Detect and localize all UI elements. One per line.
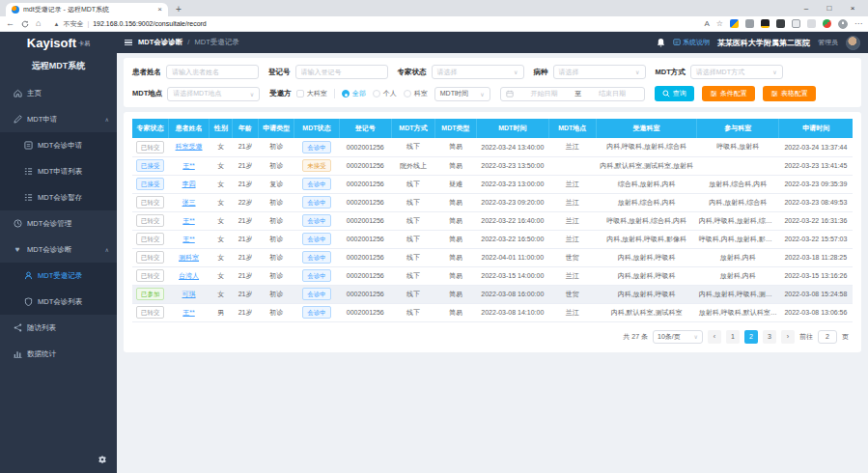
security-label: 不安全	[63, 19, 83, 29]
more-menu-icon[interactable]: ⋯	[854, 20, 862, 28]
cell-age: 21岁	[233, 156, 259, 175]
cell-mdt-status: 未接受	[294, 156, 339, 175]
home-icon[interactable]: ⌂	[36, 19, 41, 28]
cell-patient-name: 李四	[168, 175, 210, 193]
disease-select[interactable]: 请选择 ∨	[553, 65, 646, 79]
cell-mdt-location: 兰江	[548, 138, 596, 156]
patient-name-link[interactable]: 台湾人	[179, 272, 199, 279]
refresh-icon[interactable]	[21, 19, 29, 28]
patient-name-link[interactable]: 王**	[182, 217, 194, 224]
sidebar-item-statistics[interactable]: 数据统计	[0, 341, 117, 367]
big-dept-checkbox[interactable]: 大科室	[296, 89, 327, 98]
chevron-down-icon: ∨	[694, 333, 698, 340]
restore-icon[interactable]: □	[818, 4, 841, 13]
patient-name-link[interactable]: 测科室	[179, 254, 199, 261]
patient-name-input[interactable]	[166, 65, 259, 79]
sidebar-item-mdt-consult-apply[interactable]: MDT会诊申请	[0, 132, 117, 158]
radio-all[interactable]: 全部	[342, 89, 366, 98]
split-screen-icon[interactable]	[807, 19, 816, 28]
expert-status-tag: 已转交	[136, 141, 165, 153]
favorite-icon[interactable]: ☆	[716, 20, 723, 28]
radio-personal[interactable]: 个人	[373, 89, 397, 98]
expert-status-select[interactable]: 请选择 ∨	[432, 65, 524, 79]
page-button-1[interactable]: 1	[726, 330, 740, 344]
cell-mdt-mode: 线下	[392, 248, 435, 266]
form-icon	[23, 141, 33, 150]
table-row: 已参加可琪女21岁初诊会诊中0002001256线下简易2022-03-08 1…	[132, 285, 853, 303]
extension-icon-3[interactable]	[761, 19, 770, 28]
table-config-button[interactable]: 表格配置	[763, 86, 816, 101]
date-range-picker[interactable]: 开始日期 至 结束日期	[500, 87, 645, 101]
page-button-2[interactable]: 2	[744, 330, 758, 344]
minimize-icon[interactable]: –	[795, 4, 818, 13]
sidebar-item-mdt-consult-list[interactable]: MDT会诊列表	[0, 289, 117, 315]
cell-mdt-status: 会诊中	[294, 211, 339, 230]
breadcrumb: MDT会诊诊断 / MDT受邀记录	[138, 38, 239, 47]
page-size-select[interactable]: 10条/页 ∨	[653, 330, 703, 344]
patient-name-link[interactable]: 科室受邀	[176, 143, 203, 150]
extension-icon-4[interactable]	[776, 19, 785, 28]
extension-icon-5[interactable]	[792, 19, 800, 28]
register-no-input[interactable]	[295, 65, 388, 79]
new-tab-button[interactable]: +	[176, 4, 182, 16]
column-header-apply-type: 申请类型	[259, 119, 294, 138]
settings-gear-icon[interactable]	[98, 450, 107, 467]
mdt-mode-select[interactable]: 请选择MDT方式 ∨	[690, 65, 783, 79]
expert-status-tag: 已参加	[136, 288, 165, 300]
toolbar-icons: A ☆ ⋯	[704, 19, 862, 29]
sidebar-group-mdt-apply[interactable]: MDT申请 ∧	[0, 106, 117, 132]
sidebar-toggle-icon[interactable]	[125, 40, 132, 46]
system-help-link[interactable]: 系统说明	[673, 38, 710, 47]
browser-essentials-icon[interactable]	[823, 19, 831, 28]
patient-name-link[interactable]: 张三	[182, 199, 196, 206]
sidebar-item-home[interactable]: 主页	[0, 80, 117, 106]
cell-apply-time: 2022-03-08 15:24:58	[779, 285, 853, 303]
filter-label: 专家状态	[398, 68, 427, 77]
cell-mdt-type: 简易	[434, 230, 476, 248]
filter-label: MDT地点	[132, 89, 162, 98]
mdt-status-tag: 会诊中	[302, 269, 331, 282]
extension-icon-1[interactable]	[730, 19, 739, 28]
patient-name-link[interactable]: 王**	[182, 162, 194, 169]
cell-mdt-time: 2022-03-22 16:50:00	[477, 230, 549, 248]
user-avatar[interactable]	[846, 36, 860, 50]
sidebar-item-mdt-invited-records[interactable]: MDT受邀记录	[0, 263, 117, 289]
cell-mdt-location: 世贸	[548, 248, 596, 266]
pagination: 共 27 条 10条/页 ∨ ‹ 123 › 前往 页	[132, 330, 853, 344]
radio-dept[interactable]: 科室	[404, 89, 428, 98]
next-page-button[interactable]: ›	[781, 330, 795, 344]
cell-expert-status: 已转交	[132, 193, 168, 211]
close-icon[interactable]: ×	[841, 4, 864, 13]
tab-close-icon[interactable]: ×	[157, 6, 162, 14]
address-bar[interactable]: ▲ 不安全 | 192.168.0.156:9002/consultale/re…	[47, 19, 697, 29]
sidebar-item-mdt-manage[interactable]: MDT会诊管理	[0, 210, 117, 236]
extension-icon-2[interactable]	[745, 19, 754, 28]
back-icon[interactable]: ←	[6, 19, 14, 28]
filter-label: 患者姓名	[132, 68, 161, 77]
expert-status-tag: 已转交	[136, 196, 165, 209]
goto-page-input[interactable]	[818, 330, 837, 344]
sidebar-group-mdt-diagnosis[interactable]: ♥ MDT会诊诊断 ∧	[0, 236, 117, 263]
cell-mdt-mode: 线下	[392, 175, 435, 193]
prev-page-button[interactable]: ‹	[708, 330, 721, 344]
patient-name-link[interactable]: 可琪	[182, 291, 196, 297]
cell-patient-name: 王**	[168, 303, 210, 321]
mdt-location-select[interactable]: 请选择MDT地点 ∨	[167, 87, 260, 101]
cell-gender: 女	[210, 248, 233, 266]
browser-tab[interactable]: mdt受邀记录 - 远程MDT系统 ×	[6, 3, 168, 16]
profile-avatar[interactable]	[838, 19, 848, 29]
patient-name-link[interactable]: 王**	[182, 236, 194, 242]
time-type-select[interactable]: MDT时间 ∨	[434, 87, 490, 101]
cell-participating-depts: 内科,呼吸科,放射科,综合科	[697, 211, 779, 230]
condition-config-button[interactable]: 条件配置	[702, 86, 755, 101]
sidebar-item-mdt-apply-list[interactable]: MDT申请列表	[0, 158, 117, 184]
notification-bell-icon[interactable]	[657, 38, 665, 47]
patient-name-link[interactable]: 王**	[182, 309, 194, 316]
page-button-3[interactable]: 3	[763, 330, 776, 344]
filter-label: MDT方式	[656, 68, 686, 77]
patient-name-link[interactable]: 李四	[182, 181, 196, 187]
read-aloud-icon[interactable]: A	[704, 20, 709, 28]
sidebar-item-mdt-draft[interactable]: MDT会诊暂存	[0, 184, 117, 210]
search-button[interactable]: 查询	[655, 86, 694, 101]
sidebar-item-followup-list[interactable]: 随访列表	[0, 315, 117, 341]
